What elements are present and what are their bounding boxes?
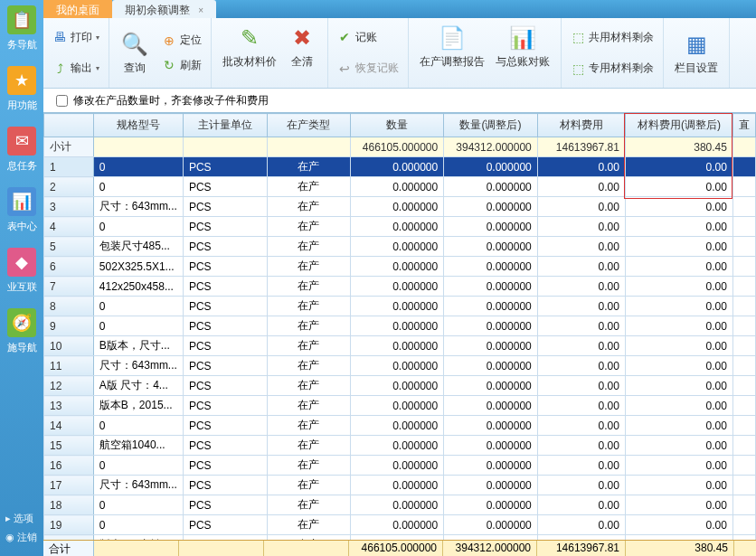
sidebar-item[interactable]: 🧭施导航 <box>0 303 43 363</box>
print-button[interactable]: 🖶打印▾ <box>49 27 103 48</box>
special-material-button[interactable]: ⬚专用材料剩余 <box>567 58 657 79</box>
refresh-button[interactable]: ↻刷新 <box>158 55 205 76</box>
sidebar-icon: ✉ <box>7 127 36 155</box>
refresh-icon: ↻ <box>162 58 176 72</box>
sidebar-logout[interactable]: ◉ 注销 <box>4 528 40 547</box>
table-row[interactable]: 90PCS在产0.0000000.0000000.000.00 <box>44 316 756 336</box>
sidebar-label: 表中心 <box>7 220 37 233</box>
table-row[interactable]: 190PCS在产0.0000000.0000000.000.00 <box>44 515 756 535</box>
total-qty-adj: 394312.000000 <box>443 541 537 556</box>
shared-material-button[interactable]: ⬚共用材料剩余 <box>567 27 657 48</box>
sidebar-icon: ◆ <box>7 248 36 277</box>
table-row[interactable]: 10B版本，尺寸...PCS在产0.0000000.0000000.000.00 <box>44 336 756 356</box>
column-header[interactable]: 在产类型 <box>267 114 350 137</box>
column-header[interactable] <box>44 114 94 137</box>
gl-compare-button[interactable]: 📊与总账对账 <box>490 22 555 84</box>
post-button[interactable]: ✔记账 <box>334 27 402 48</box>
table-row[interactable]: 20PCS在产0.0000000.0000000.000.00 <box>44 177 756 197</box>
wip-report-button[interactable]: 📄在产调整报告 <box>414 22 490 84</box>
table-row[interactable]: 40PCS在产0.0000000.0000000.000.00 <box>44 217 756 237</box>
sidebar-icon: ★ <box>7 66 36 95</box>
sidebar-icon: 📊 <box>7 187 36 216</box>
export-button[interactable]: ⤴输出▾ <box>49 58 103 79</box>
tab-desktop[interactable]: 我的桌面 <box>43 0 112 18</box>
table-row[interactable]: 140PCS在产0.0000000.0000000.000.00 <box>44 416 756 436</box>
checkbox-label: 修改在产品数量时，齐套修改子件和费用 <box>73 93 269 108</box>
sidebar-icon: 📋 <box>7 5 36 34</box>
query-button[interactable]: 🔍查询 <box>115 28 155 78</box>
shared-icon: ⬚ <box>571 30 585 44</box>
edit-icon: ✎ <box>235 24 264 52</box>
column-header[interactable]: 主计量单位 <box>183 114 267 137</box>
batch-price-button[interactable]: ✎批改材料价 <box>217 22 282 84</box>
sidebar-options[interactable]: ▸ 选项 <box>4 509 40 528</box>
sidebar-icon: 🧭 <box>7 308 36 337</box>
sidebar-item[interactable]: ★用功能 <box>0 61 43 121</box>
tab-label: 期初余额调整 <box>125 4 190 16</box>
table-row[interactable]: 15航空箱1040...PCS在产0.0000000.0000000.000.0… <box>44 436 756 456</box>
total-row: 合计 466105.000000 394312.000000 14613967.… <box>43 540 756 556</box>
total-qty: 466105.000000 <box>349 541 443 556</box>
locate-button[interactable]: ⊕定位 <box>158 30 205 51</box>
table-row[interactable]: 12A版 尺寸：4...PCS在产0.0000000.0000000.000.0… <box>44 376 756 396</box>
post-icon: ✔ <box>337 30 352 44</box>
sidebar-item[interactable]: 📋务导航 <box>0 0 43 61</box>
sidebar-label: 用功能 <box>7 99 37 112</box>
locate-icon: ⊕ <box>162 33 176 48</box>
table-row[interactable]: 5包装尺寸485...PCS在产0.0000000.0000000.000.00 <box>44 237 756 257</box>
column-header[interactable]: 直 <box>732 114 755 137</box>
subtotal-row: 小计466105.000000394312.00000014613967.813… <box>44 137 756 157</box>
columns-icon: ▦ <box>682 30 711 59</box>
ledger-icon: 📊 <box>508 24 537 52</box>
table-row[interactable]: 13版本B，2015...PCS在产0.0000000.0000000.000.… <box>44 396 756 416</box>
column-header[interactable]: 规格型号 <box>93 114 183 137</box>
total-label: 合计 <box>43 541 94 556</box>
column-header[interactable]: 数量 <box>350 114 444 137</box>
sync-children-checkbox[interactable] <box>56 95 68 107</box>
column-header[interactable]: 数量(调整后) <box>444 114 538 137</box>
sidebar-footer: ▸ 选项 ◉ 注销 <box>0 504 43 556</box>
sidebar: 📋务导航★用功能✉息任务📊表中心◆业互联🧭施导航 ▸ 选项 ◉ 注销 <box>0 0 43 556</box>
table-row[interactable]: 6502X325.5X1...PCS在产0.0000000.0000000.00… <box>44 257 756 277</box>
total-cost: 14613967.81 <box>537 541 626 556</box>
sidebar-item[interactable]: 📊表中心 <box>0 182 43 242</box>
ribbon: 🖶打印▾ ⤴输出▾ 🔍查询 ⊕定位 ↻刷新 ✎批改材料价 ✖全清 ✔记账 ↩恢复… <box>43 18 756 89</box>
table-row[interactable]: 11尺寸：643mm...PCS在产0.0000000.0000000.000.… <box>44 356 756 376</box>
sidebar-label: 务导航 <box>7 38 37 52</box>
unpost-button[interactable]: ↩恢复记账 <box>334 58 402 79</box>
table-row[interactable]: 80PCS在产0.0000000.0000000.000.00 <box>44 297 756 316</box>
table-row[interactable]: 10PCS在产0.0000000.0000000.000.00 <box>44 157 756 177</box>
table-row[interactable]: 180PCS在产0.0000000.0000000.000.00 <box>44 495 756 515</box>
print-icon: 🖶 <box>52 30 67 44</box>
table-row[interactable]: 160PCS在产0.0000000.0000000.000.00 <box>44 456 756 476</box>
column-header[interactable]: 材料费用(调整后) <box>625 114 732 137</box>
column-settings-button[interactable]: ▦栏目设置 <box>669 28 723 78</box>
unpost-icon: ↩ <box>337 61 352 76</box>
data-grid[interactable]: 规格型号主计量单位在产类型数量数量(调整后)材料费用材料费用(调整后)直 小计4… <box>43 112 756 540</box>
sidebar-label: 息任务 <box>7 159 37 173</box>
table-row[interactable]: 3尺寸：643mm...PCS在产0.0000000.0000000.000.0… <box>44 197 756 217</box>
sidebar-label: 业互联 <box>7 280 37 294</box>
option-row: 修改在产品数量时，齐套修改子件和费用 <box>43 89 756 112</box>
tab-balance-adjust[interactable]: 期初余额调整 × <box>112 0 216 18</box>
total-cost-adj: 380.45 <box>626 541 734 556</box>
table-row[interactable]: 17尺寸：643mm...PCS在产0.0000000.0000000.000.… <box>44 476 756 495</box>
search-icon: 🔍 <box>120 30 149 59</box>
export-icon: ⤴ <box>52 61 67 76</box>
tabs: 我的桌面 期初余额调整 × <box>43 0 756 18</box>
clear-icon: ✖ <box>288 24 317 52</box>
report-icon: 📄 <box>438 24 467 52</box>
special-icon: ⬚ <box>571 61 585 76</box>
sidebar-item[interactable]: ◆业互联 <box>0 242 43 303</box>
table-row[interactable]: 7412x250x458...PCS在产0.0000000.0000000.00… <box>44 277 756 297</box>
column-header[interactable]: 材料费用 <box>537 114 625 137</box>
clear-all-button[interactable]: ✖全清 <box>282 22 322 84</box>
sidebar-item[interactable]: ✉息任务 <box>0 121 43 182</box>
sidebar-label: 施导航 <box>7 341 37 354</box>
close-icon[interactable]: × <box>198 5 203 15</box>
